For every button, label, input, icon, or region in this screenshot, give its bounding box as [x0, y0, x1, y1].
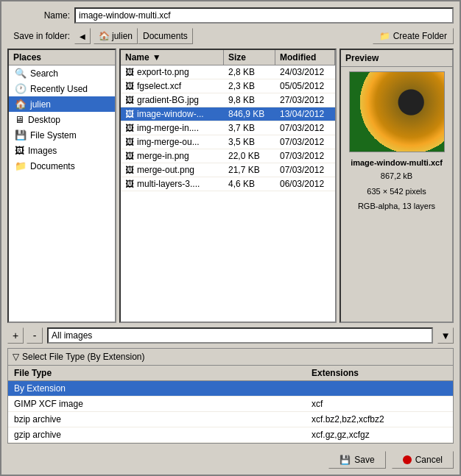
file-icon: 🖼 — [125, 95, 134, 105]
save-icon: 💾 — [339, 455, 351, 465]
collapse-icon: ▽ — [13, 352, 19, 362]
back-button[interactable]: ◀ — [74, 28, 91, 44]
file-row[interactable]: 🖼multi-layers-3.... 4,6 KB 06/03/2012 — [121, 177, 335, 191]
file-row-selected[interactable]: 🖼image-window-... 846,9 KB 13/04/2012 — [121, 107, 335, 121]
filter-dropdown-button[interactable]: ▼ — [437, 327, 454, 344]
preview-type: RGB-alpha, 13 layers — [355, 199, 438, 214]
file-row[interactable]: 🖼fgselect.xcf 2,3 KB 05/05/2012 — [121, 79, 335, 93]
filename-input[interactable] — [74, 7, 454, 24]
images-icon: 🖼 — [15, 145, 24, 156]
preview-header: Preview — [341, 50, 452, 67]
places-header: Places — [9, 50, 115, 65]
sidebar-item-documents[interactable]: 📁 Documents — [9, 158, 115, 174]
filetype-col-type: File Type — [8, 366, 306, 380]
documents-icon: 📁 — [15, 160, 27, 171]
preview-filename: image-window-multi.xcf — [348, 157, 446, 168]
filetype-section: ▽ Select File Type (By Extension) File T… — [7, 348, 454, 444]
file-row[interactable]: 🖼gradient-BG.jpg 9,8 KB 27/03/2012 — [121, 93, 335, 107]
folder-bar: ◀ 🏠 julien Documents 📁 Create Folder — [74, 28, 454, 44]
places-panel: Places 🔍 Search 🕐 Recently Used 🏠 julien… — [7, 49, 116, 323]
filetype-row-bzip[interactable]: bzip archive xcf.bz2,bz2,xcfbz2 — [8, 412, 453, 427]
sidebar-item-filesystem[interactable]: 💾 File System — [9, 127, 115, 143]
preview-image — [349, 71, 445, 152]
dropdown-arrow-icon: ▼ — [440, 330, 450, 341]
name-label: Name: — [7, 10, 70, 21]
file-icon: 🖼 — [125, 81, 134, 91]
name-row: Name: — [7, 7, 454, 24]
file-row[interactable]: 🖼merge-in.png 22,0 KB 07/03/2012 — [121, 149, 335, 163]
filetype-row-gzip[interactable]: gzip archive xcf.gz,gz,xcfgz — [8, 427, 453, 443]
search-icon: 🔍 — [15, 68, 27, 79]
preview-thumbnail — [350, 72, 444, 152]
breadcrumb-julien[interactable]: 🏠 julien — [94, 28, 138, 44]
filetype-col-ext: Extensions — [306, 366, 453, 380]
filetype-row-by-extension[interactable]: By Extension — [8, 381, 453, 397]
breadcrumb: 🏠 julien Documents — [94, 28, 193, 44]
file-row[interactable]: 🖼img-merge-in.... 3,7 KB 07/03/2012 — [121, 121, 335, 135]
file-icon: 🖼 — [125, 123, 134, 133]
cancel-button[interactable]: Cancel — [392, 451, 454, 469]
cancel-icon — [403, 455, 412, 464]
sidebar-item-search[interactable]: 🔍 Search — [9, 65, 115, 81]
clock-icon: 🕐 — [15, 83, 27, 94]
save-in-row: Save in folder: ◀ 🏠 julien Documents 📁 C… — [7, 28, 454, 44]
files-panel: Name ▼ Size Modified 🖼export-to.png 2,8 … — [119, 49, 337, 323]
file-icon: 🖼 — [125, 179, 134, 189]
file-row[interactable]: 🖼export-to.png 2,8 KB 24/03/2012 — [121, 65, 335, 79]
file-icon: 🖼 — [125, 165, 134, 175]
sort-icon: ▼ — [152, 52, 161, 63]
remove-place-button[interactable]: - — [27, 327, 43, 344]
filter-row: + - ▼ — [7, 327, 454, 344]
file-icon: 🖼 — [125, 67, 134, 77]
add-remove-buttons: + - — [7, 327, 43, 344]
filter-input[interactable] — [47, 327, 433, 344]
preview-size: 867,2 kB — [378, 168, 415, 184]
folder-new-icon: 📁 — [379, 31, 390, 41]
col-header-modified[interactable]: Modified — [275, 50, 335, 65]
file-row[interactable]: 🖼merge-out.png 21,7 KB 07/03/2012 — [121, 163, 335, 177]
file-row[interactable]: 🖼img-merge-ou... 3,5 KB 07/03/2012 — [121, 135, 335, 149]
main-area: Places 🔍 Search 🕐 Recently Used 🏠 julien… — [7, 49, 454, 323]
create-folder-button[interactable]: 📁 Create Folder — [373, 28, 454, 44]
preview-dimensions: 635 × 542 pixels — [364, 184, 429, 199]
add-place-button[interactable]: + — [7, 327, 24, 344]
desktop-icon: 🖥 — [15, 114, 24, 125]
file-icon: 🖼 — [125, 137, 134, 147]
preview-panel: Preview image-window-multi.xcf 867,2 kB … — [339, 49, 454, 323]
save-dialog: Name: Save in folder: ◀ 🏠 julien Documen… — [0, 0, 461, 476]
file-icon: 🖼 — [125, 109, 134, 119]
filetype-row-xcf[interactable]: GIMP XCF image xcf — [8, 397, 453, 412]
save-in-label: Save in folder: — [7, 31, 70, 41]
sidebar-item-recently-used[interactable]: 🕐 Recently Used — [9, 81, 115, 96]
filetype-toggle[interactable]: ▽ Select File Type (By Extension) — [8, 349, 453, 366]
filetype-col-header: File Type Extensions — [8, 366, 453, 381]
drive-icon: 💾 — [15, 129, 27, 141]
breadcrumb-documents[interactable]: Documents — [138, 28, 193, 44]
sidebar-item-desktop[interactable]: 🖥 Desktop — [9, 112, 115, 127]
sidebar-item-julien[interactable]: 🏠 julien — [9, 96, 115, 112]
file-icon: 🖼 — [125, 151, 134, 161]
save-button[interactable]: 💾 Save — [328, 451, 385, 469]
col-header-size[interactable]: Size — [224, 50, 275, 65]
action-buttons: 💾 Save Cancel — [7, 448, 454, 469]
home-icon: 🏠 — [99, 31, 110, 41]
sidebar-item-images[interactable]: 🖼 Images — [9, 143, 115, 158]
files-header: Name ▼ Size Modified — [121, 50, 335, 65]
home-icon: 🏠 — [15, 99, 27, 110]
col-header-name[interactable]: Name ▼ — [121, 50, 224, 65]
